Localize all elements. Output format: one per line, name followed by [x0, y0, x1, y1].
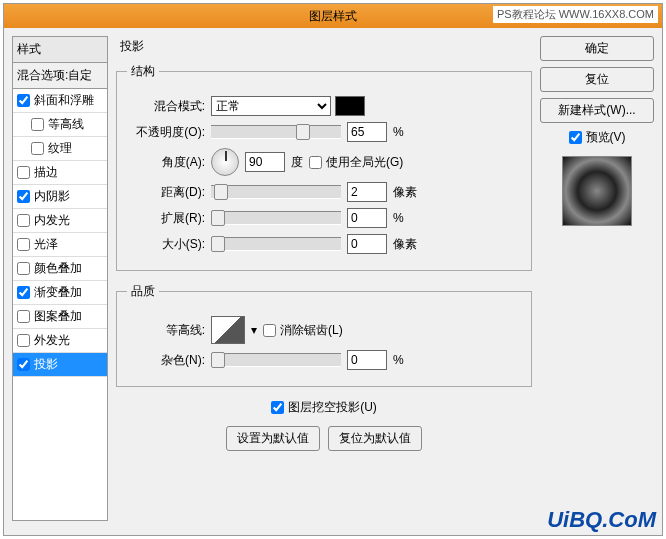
spread-input[interactable] — [347, 208, 387, 228]
style-item-7[interactable]: 颜色叠加 — [13, 257, 107, 281]
size-input[interactable] — [347, 234, 387, 254]
style-item-label: 内阴影 — [34, 188, 70, 205]
style-item-checkbox[interactable] — [31, 142, 44, 155]
style-item-label: 纹理 — [48, 140, 72, 157]
style-item-11[interactable]: 投影 — [13, 353, 107, 377]
styles-subheader[interactable]: 混合选项:自定 — [12, 63, 108, 89]
blend-mode-label: 混合模式: — [127, 98, 205, 115]
preview-label: 预览(V) — [586, 129, 626, 146]
watermark-logo: UiBQ.CoM — [547, 507, 656, 533]
style-item-label: 斜面和浮雕 — [34, 92, 94, 109]
spread-label: 扩展(R): — [127, 210, 205, 227]
style-item-checkbox[interactable] — [17, 190, 30, 203]
style-item-3[interactable]: 描边 — [13, 161, 107, 185]
knockout-checkbox[interactable] — [271, 401, 284, 414]
new-style-button[interactable]: 新建样式(W)... — [540, 98, 654, 123]
style-item-10[interactable]: 外发光 — [13, 329, 107, 353]
layer-style-dialog: 图层样式 PS教程论坛 WWW.16XX8.COM 样式 混合选项:自定 斜面和… — [3, 3, 663, 536]
size-slider[interactable] — [211, 237, 341, 251]
noise-slider[interactable] — [211, 353, 341, 367]
opacity-label: 不透明度(O): — [127, 124, 205, 141]
style-item-label: 内发光 — [34, 212, 70, 229]
style-item-checkbox[interactable] — [17, 334, 30, 347]
cancel-button[interactable]: 复位 — [540, 67, 654, 92]
global-light-checkbox[interactable] — [309, 156, 322, 169]
styles-column: 样式 混合选项:自定 斜面和浮雕等高线纹理描边内阴影内发光光泽颜色叠加渐变叠加图… — [12, 36, 108, 527]
knockout-label: 图层挖空投影(U) — [288, 399, 377, 416]
spread-slider[interactable] — [211, 211, 341, 225]
style-item-9[interactable]: 图案叠加 — [13, 305, 107, 329]
style-item-label: 投影 — [34, 356, 58, 373]
distance-input[interactable] — [347, 182, 387, 202]
panel-title: 投影 — [116, 36, 532, 57]
global-light-label: 使用全局光(G) — [326, 154, 403, 171]
dialog-title: 图层样式 — [309, 8, 357, 25]
style-item-8[interactable]: 渐变叠加 — [13, 281, 107, 305]
angle-unit: 度 — [291, 154, 303, 171]
structure-group: 结构 混合模式: 正常 不透明度(O): % 角度(A): — [116, 63, 532, 271]
set-default-button[interactable]: 设置为默认值 — [226, 426, 320, 451]
chevron-down-icon[interactable]: ▾ — [251, 323, 257, 337]
angle-label: 角度(A): — [127, 154, 205, 171]
style-item-checkbox[interactable] — [17, 310, 30, 323]
style-item-0[interactable]: 斜面和浮雕 — [13, 89, 107, 113]
angle-dial[interactable] — [211, 148, 239, 176]
reset-default-button[interactable]: 复位为默认值 — [328, 426, 422, 451]
contour-swatch[interactable] — [211, 316, 245, 344]
size-label: 大小(S): — [127, 236, 205, 253]
quality-legend: 品质 — [127, 283, 159, 300]
pct-unit2: % — [393, 211, 421, 225]
settings-column: 投影 结构 混合模式: 正常 不透明度(O): % 角 — [116, 36, 532, 527]
style-item-checkbox[interactable] — [31, 118, 44, 131]
style-item-checkbox[interactable] — [17, 262, 30, 275]
style-item-1[interactable]: 等高线 — [13, 113, 107, 137]
style-item-label: 描边 — [34, 164, 58, 181]
style-item-label: 外发光 — [34, 332, 70, 349]
preview-thumbnail — [562, 156, 632, 226]
style-item-label: 颜色叠加 — [34, 260, 82, 277]
blend-mode-select[interactable]: 正常 — [211, 96, 331, 116]
distance-label: 距离(D): — [127, 184, 205, 201]
style-item-checkbox[interactable] — [17, 94, 30, 107]
styles-list: 斜面和浮雕等高线纹理描边内阴影内发光光泽颜色叠加渐变叠加图案叠加外发光投影 — [12, 89, 108, 521]
noise-input[interactable] — [347, 350, 387, 370]
style-item-checkbox[interactable] — [17, 214, 30, 227]
style-item-5[interactable]: 内发光 — [13, 209, 107, 233]
opacity-slider[interactable] — [211, 125, 341, 139]
px-unit2: 像素 — [393, 236, 421, 253]
angle-input[interactable] — [245, 152, 285, 172]
style-item-checkbox[interactable] — [17, 358, 30, 371]
quality-group: 品质 等高线: ▾ 消除锯齿(L) 杂色(N): % — [116, 283, 532, 387]
noise-label: 杂色(N): — [127, 352, 205, 369]
style-item-checkbox[interactable] — [17, 166, 30, 179]
shadow-color-swatch[interactable] — [335, 96, 365, 116]
px-unit: 像素 — [393, 184, 421, 201]
style-item-6[interactable]: 光泽 — [13, 233, 107, 257]
antialias-label: 消除锯齿(L) — [280, 322, 343, 339]
antialias-checkbox[interactable] — [263, 324, 276, 337]
preview-checkbox[interactable] — [569, 131, 582, 144]
pct-unit3: % — [393, 353, 421, 367]
style-item-4[interactable]: 内阴影 — [13, 185, 107, 209]
style-item-2[interactable]: 纹理 — [13, 137, 107, 161]
contour-label: 等高线: — [127, 322, 205, 339]
style-item-label: 图案叠加 — [34, 308, 82, 325]
pct-unit: % — [393, 125, 421, 139]
watermark-top: PS教程论坛 WWW.16XX8.COM — [493, 6, 658, 23]
style-item-label: 光泽 — [34, 236, 58, 253]
style-item-label: 等高线 — [48, 116, 84, 133]
actions-column: 确定 复位 新建样式(W)... 预览(V) — [540, 36, 654, 527]
ok-button[interactable]: 确定 — [540, 36, 654, 61]
style-item-label: 渐变叠加 — [34, 284, 82, 301]
distance-slider[interactable] — [211, 185, 341, 199]
titlebar: 图层样式 PS教程论坛 WWW.16XX8.COM — [4, 4, 662, 28]
structure-legend: 结构 — [127, 63, 159, 80]
styles-header[interactable]: 样式 — [12, 36, 108, 63]
opacity-input[interactable] — [347, 122, 387, 142]
style-item-checkbox[interactable] — [17, 286, 30, 299]
style-item-checkbox[interactable] — [17, 238, 30, 251]
